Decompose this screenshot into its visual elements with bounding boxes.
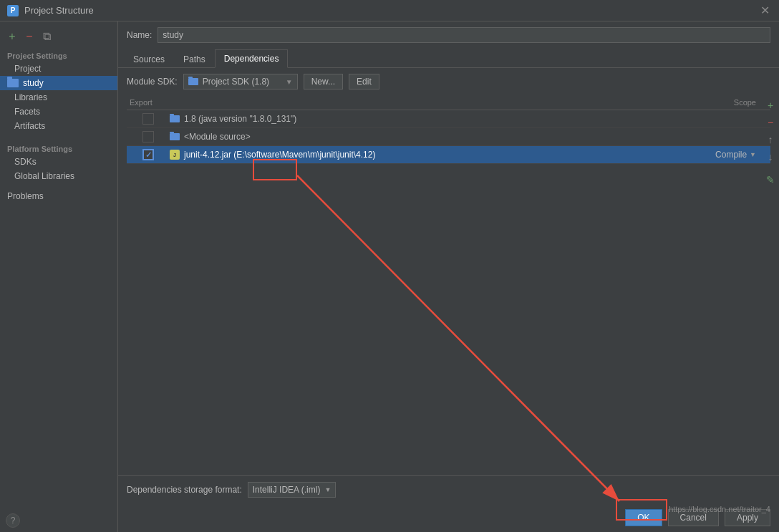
name-input[interactable] (158, 27, 770, 43)
dependencies-table-container: Export Scope 1.8 (java version "1.8.0_13… (118, 95, 779, 475)
folder-icon (7, 79, 19, 87)
close-button[interactable]: ✕ (758, 4, 772, 18)
sidebar-item-artifacts[interactable]: Artifacts (0, 119, 117, 133)
sidebar-item-problems[interactable]: Problems (0, 189, 117, 203)
move-up-button[interactable]: ↑ (763, 132, 778, 147)
storage-chevron-icon: ▼ (324, 486, 331, 493)
sidebar-item-project[interactable]: Project (0, 62, 117, 76)
row-name-junit: J junit-4.12.jar (E:\software\Maven\m\ju… (170, 150, 699, 160)
row-export-junit (127, 149, 170, 160)
sidebar-item-global-libraries[interactable]: Global Libraries (0, 169, 117, 183)
tabs-row: Sources Paths Dependencies (118, 49, 779, 68)
remove-dependency-button[interactable]: − (763, 115, 778, 130)
watermark: https://blog.csdn.net/traitor_4 (669, 505, 770, 513)
help-button[interactable]: ? (6, 513, 20, 528)
col-export-header: Export (127, 98, 170, 107)
table-header: Export Scope (127, 95, 770, 110)
sdk-label: Module SDK: (127, 77, 178, 87)
move-down-button[interactable]: ↓ (763, 150, 778, 164)
table-actions: + − ↑ ↓ ✎ (760, 95, 779, 190)
add-dependency-button[interactable]: + (763, 98, 778, 112)
window-title: Project Structure (24, 5, 94, 16)
sdk-edit-button[interactable]: Edit (349, 74, 379, 90)
content-area: Name: Sources Paths Dependencies Module … (118, 21, 779, 532)
table-row[interactable]: 1.8 (java version "1.8.0_131") (127, 110, 770, 128)
bottom-row: Dependencies storage format: IntelliJ ID… (118, 475, 779, 503)
ok-button[interactable]: OK (625, 509, 662, 526)
edit-dependency-button[interactable]: ✎ (763, 173, 778, 187)
row-scope-junit: Compile ▼ (699, 150, 770, 160)
sidebar-item-facets[interactable]: Facets (0, 105, 117, 119)
sidebar-item-sdks[interactable]: SDKs (0, 155, 117, 169)
sidebar-toolbar: + − ⧉ (0, 27, 117, 49)
sdk-value: Project SDK (1.8) (203, 77, 281, 87)
table-row[interactable]: J junit-4.12.jar (E:\software\Maven\m\ju… (127, 146, 770, 164)
storage-format-value: IntelliJ IDEA (.iml) (253, 485, 321, 495)
sidebar-item-modules[interactable]: study (0, 76, 117, 90)
sdk-new-button[interactable]: New... (304, 74, 343, 90)
sdk-row: Module SDK: Project SDK (1.8) ▼ New... E… (118, 68, 779, 95)
scope-chevron-icon[interactable]: ▼ (750, 151, 756, 158)
sdk-folder-icon (188, 78, 198, 85)
project-settings-label: Project Settings (0, 49, 117, 62)
remove-module-button[interactable]: − (23, 30, 36, 43)
add-module-button[interactable]: + (6, 30, 19, 43)
jar-icon-junit: J (170, 150, 180, 160)
folder-icon-jdk (170, 115, 180, 122)
folder-icon-module (170, 133, 180, 140)
sdk-chevron-icon: ▼ (286, 78, 293, 86)
tab-dependencies[interactable]: Dependencies (215, 49, 289, 68)
sdk-select[interactable]: Project SDK (1.8) ▼ (183, 74, 298, 90)
platform-settings-label: Platform Settings (0, 142, 117, 155)
title-bar: P Project Structure ✕ (0, 0, 779, 21)
name-label: Name: (127, 30, 152, 40)
row-export-module (127, 131, 170, 142)
tab-sources[interactable]: Sources (124, 50, 174, 68)
checkbox-module[interactable] (142, 131, 154, 142)
sidebar: + − ⧉ Project Settings Project study Lib… (0, 21, 118, 532)
storage-format-select[interactable]: IntelliJ IDEA (.iml) ▼ (248, 482, 337, 498)
sidebar-item-libraries[interactable]: Libraries (0, 90, 117, 105)
row-name-jdk: 1.8 (java version "1.8.0_131") (170, 114, 699, 124)
main-layout: + − ⧉ Project Settings Project study Lib… (0, 21, 779, 532)
col-scope-header: Scope (699, 98, 770, 107)
tab-paths[interactable]: Paths (174, 50, 215, 68)
table-row[interactable]: <Module source> (127, 128, 770, 146)
checkbox-jdk[interactable] (142, 113, 154, 125)
name-row: Name: (118, 21, 779, 49)
row-name-module: <Module source> (170, 132, 699, 142)
storage-format-label: Dependencies storage format: (127, 485, 242, 495)
copy-module-button[interactable]: ⧉ (40, 30, 53, 43)
checkbox-junit[interactable] (142, 149, 154, 160)
row-export-jdk (127, 113, 170, 125)
sidebar-item-module-label: study (23, 78, 44, 88)
app-icon: P (7, 5, 19, 16)
